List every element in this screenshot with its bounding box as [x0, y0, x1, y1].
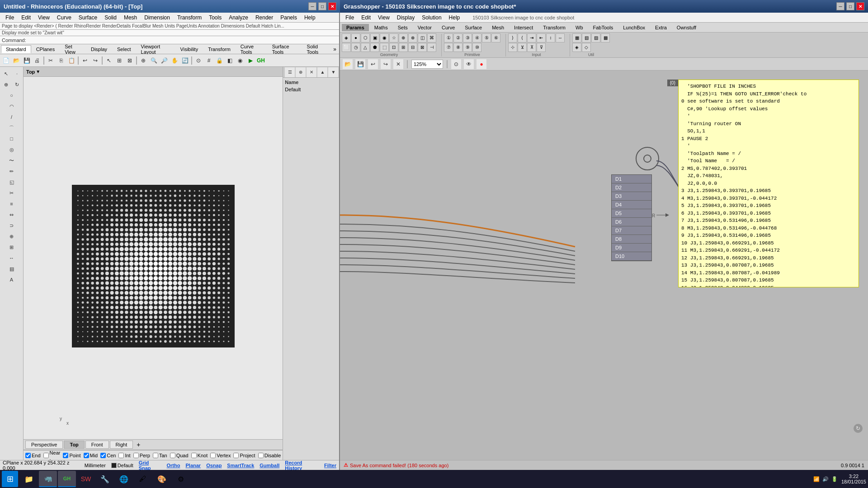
snap-int[interactable]: Int: [118, 453, 130, 458]
circle-icon[interactable]: ○: [7, 90, 17, 100]
gh-input-icon-3[interactable]: ⇥: [527, 33, 536, 42]
gh-icon-b5[interactable]: ⬚: [380, 43, 389, 52]
paste-icon[interactable]: 📋: [66, 56, 76, 66]
gh-tab-sets[interactable]: Sets: [393, 24, 412, 31]
menu-dimension[interactable]: Dimension: [141, 14, 174, 22]
gh-menu-help[interactable]: Help: [445, 14, 464, 22]
gh-icon-a9[interactable]: ◫: [418, 33, 427, 42]
tab-curve-tools[interactable]: Curve Tools: [236, 42, 267, 56]
tab-solid-tools[interactable]: Solid Tools: [302, 42, 332, 56]
rotate-icon[interactable]: 🔄: [180, 56, 190, 66]
menu-panels[interactable]: Panels: [277, 14, 301, 22]
snap-point[interactable]: Point: [63, 453, 80, 458]
taskbar-app4-icon[interactable]: 🔧: [96, 471, 114, 487]
hatch-icon[interactable]: ▤: [7, 264, 17, 274]
select-all-icon[interactable]: ⊞: [114, 56, 124, 66]
offset-icon[interactable]: ≡: [7, 199, 17, 209]
gh-menu-view[interactable]: View: [374, 14, 393, 22]
taskbar-app6-icon[interactable]: 🖋: [134, 471, 152, 487]
rhino-maximize-button[interactable]: □: [318, 2, 326, 10]
gh-dropdown-item-d7[interactable]: D7: [612, 226, 651, 235]
snap-quad[interactable]: Quad: [170, 453, 189, 458]
gh-input-icon-7[interactable]: ⊹: [508, 43, 517, 52]
zoom-out-icon[interactable]: 🔎: [159, 56, 169, 66]
gh-util-icon-4[interactable]: ▩: [601, 33, 610, 42]
gh-dropdown-item-d4[interactable]: D4: [612, 201, 651, 209]
menu-help[interactable]: Help: [301, 14, 319, 22]
gh-util-icon-2[interactable]: ▧: [582, 33, 591, 42]
planar-status[interactable]: Planar: [185, 463, 201, 468]
rectangle-icon[interactable]: □: [7, 134, 17, 144]
menu-tools[interactable]: Tools: [205, 14, 225, 22]
gh-tab-maths[interactable]: Maths: [370, 24, 392, 31]
viewport-canvas[interactable]: y x: [24, 77, 283, 439]
gh-icon[interactable]: GH: [256, 56, 266, 66]
taskbar-browser-icon[interactable]: 🌐: [115, 471, 133, 487]
gh-eye-icon[interactable]: 👁: [464, 59, 474, 69]
taskbar-clock[interactable]: 3:22 18/01/2015: [841, 474, 866, 484]
gh-icon-b2[interactable]: ◷: [351, 43, 360, 52]
move-icon[interactable]: ⊕: [1, 80, 11, 89]
copy-icon[interactable]: ⎘: [56, 56, 66, 66]
group-icon[interactable]: ⊞: [7, 242, 17, 252]
gh-tab-intersect[interactable]: Intersect: [509, 24, 538, 31]
print-icon[interactable]: 🖨: [32, 56, 42, 66]
taskbar-explorer-icon[interactable]: 📁: [20, 471, 38, 487]
gh-icon-a6[interactable]: ☆: [389, 33, 398, 42]
gh-prim-icon-9[interactable]: ⑨: [463, 43, 472, 52]
gh-prim-icon-6[interactable]: ⑥: [491, 33, 500, 42]
snap-end[interactable]: End: [25, 453, 41, 458]
taskbar-rhino-icon[interactable]: 🦏: [39, 471, 57, 487]
snap-disable[interactable]: Disable: [258, 453, 281, 458]
rhino-minimize-button[interactable]: ─: [308, 2, 316, 10]
gh-canvas[interactable]: R D1 D2 D3 D4 D5 D6 D7 D8 D9 D10 {0}: [340, 70, 868, 460]
gh-tab-curve[interactable]: Curve: [437, 24, 459, 31]
gh-dropdown-item-d5[interactable]: D5: [612, 209, 651, 218]
gh-input-icon-4[interactable]: ⇤: [537, 33, 546, 42]
menu-render[interactable]: Render: [252, 14, 277, 22]
tab-setview[interactable]: Set View: [60, 42, 86, 56]
menu-surface[interactable]: Surface: [75, 14, 101, 22]
tab-standard[interactable]: Standard: [1, 45, 31, 53]
gh-tab-ownstuff[interactable]: Ownstuff: [672, 24, 701, 31]
menu-file[interactable]: File: [2, 14, 18, 22]
gh-input-icon-8[interactable]: ⊻: [518, 43, 527, 52]
snap-mid[interactable]: Mid: [84, 453, 98, 458]
snap-cen[interactable]: Cen: [100, 453, 116, 458]
undo-icon[interactable]: ↩: [80, 56, 90, 66]
gh-input-icon-9[interactable]: ⊼: [527, 43, 536, 52]
point-tool-icon[interactable]: ·: [12, 69, 22, 79]
gh-icon-a5[interactable]: ◉: [380, 33, 389, 42]
gh-util-icon-3[interactable]: ▨: [591, 33, 600, 42]
save-icon[interactable]: 💾: [22, 56, 32, 66]
render-icon[interactable]: ▶: [245, 56, 255, 66]
gh-tab-surface[interactable]: Surface: [460, 24, 486, 31]
zoom-extent-icon[interactable]: ⊕: [138, 56, 148, 66]
viewport-menu-arrow[interactable]: ▼: [36, 69, 40, 74]
line-icon[interactable]: /: [7, 112, 17, 122]
osnap-icon[interactable]: ⊙: [193, 56, 203, 66]
snap-project[interactable]: Project: [233, 453, 255, 458]
pan-icon[interactable]: ✋: [170, 56, 179, 66]
gh-icon-b3[interactable]: △: [361, 43, 370, 52]
gh-tab-mesh[interactable]: Mesh: [487, 24, 509, 31]
gh-tab-vector[interactable]: Vector: [413, 24, 436, 31]
tab-display[interactable]: Display: [86, 45, 112, 53]
text-icon[interactable]: A: [7, 275, 17, 285]
gh-tb-close-icon[interactable]: ✕: [393, 59, 403, 69]
taskbar-grasshopper-icon[interactable]: GH: [58, 471, 76, 487]
gh-tb-open-icon[interactable]: 📂: [343, 59, 353, 69]
gh-icon-a2[interactable]: ●: [351, 33, 360, 42]
gh-window-controls[interactable]: ─ □ ✕: [836, 2, 864, 10]
tab-right[interactable]: Right: [110, 441, 133, 449]
gh-menu-file[interactable]: File: [342, 14, 358, 22]
gh-prim-icon-10[interactable]: ⑩: [472, 43, 481, 52]
gh-input-icon-1[interactable]: ⟩: [508, 33, 517, 42]
gh-icon-a4[interactable]: ▣: [370, 33, 379, 42]
gh-close-button[interactable]: ✕: [856, 2, 864, 10]
gh-icon-b9[interactable]: ⊠: [418, 43, 427, 52]
filter-status[interactable]: Filter: [324, 463, 336, 468]
gh-snap-icon[interactable]: ⊙: [451, 59, 461, 69]
snap-near[interactable]: Near .: [43, 450, 61, 460]
gh-util-icon-5[interactable]: ◈: [572, 43, 581, 52]
